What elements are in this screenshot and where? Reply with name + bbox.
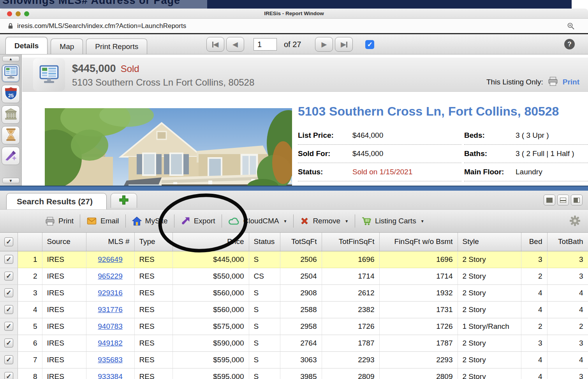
row-checkbox[interactable]: ✓ [4, 372, 13, 379]
previous-page-button[interactable]: ◀ [226, 37, 244, 52]
dropdown-caret-icon: ▼ [345, 219, 349, 223]
cell-type: RES [134, 335, 173, 351]
scroll-down-icon[interactable]: ▼ [2, 178, 19, 183]
report-type-sidebar: ▲ 25 [0, 54, 22, 186]
col-header-mls[interactable]: MLS # [86, 233, 134, 251]
cell-status: S [249, 301, 280, 318]
page-number-input[interactable] [254, 38, 277, 51]
col-header-totbath[interactable]: TotBath [547, 233, 588, 251]
help-button[interactable]: ? [564, 39, 575, 49]
col-header-type[interactable]: Type [134, 233, 173, 251]
cell-num: 8 [18, 368, 42, 379]
tab-details[interactable]: Details [5, 37, 48, 54]
row-checkbox[interactable]: ✓ [4, 272, 13, 281]
mls-link[interactable]: 965229 [98, 272, 122, 280]
toolbar-listing-carts-button[interactable]: Listing Carts▼ [355, 216, 431, 226]
cell-status: S [249, 251, 280, 268]
cell-mls: 935683 [86, 351, 134, 368]
mls-link[interactable]: 929316 [98, 289, 122, 297]
tab-map[interactable]: Map [51, 39, 83, 54]
cell-style: 2 Story [458, 301, 521, 318]
col-header-totfinsqft[interactable]: TotFinSqFt [322, 233, 379, 251]
cell-finsqft-wo-bsmt: 1714 [379, 268, 458, 284]
select-all-checkbox[interactable]: ✓ [365, 40, 374, 49]
background-window-tabs-text: Showings MLS# Address or Page [2, 0, 180, 7]
header-select-all-checkbox[interactable]: ✓ [4, 237, 13, 246]
search-results-tab[interactable]: Search Results (27) [6, 193, 107, 209]
row-checkbox[interactable]: ✓ [4, 322, 13, 331]
cell-source: IRES [42, 351, 86, 368]
cell-price: $560,000 [173, 284, 249, 301]
cell-type: RES [134, 268, 173, 284]
print-this-listing-link[interactable]: Print [563, 78, 579, 86]
cell-source: IRES [42, 284, 86, 301]
col-header-finsqft-wo-bsmt[interactable]: FinSqFt w/o Bsmt [379, 233, 458, 251]
url-text[interactable]: iresis.com/MLS/Search/index.cfm?Action=L… [17, 22, 567, 30]
mls-link[interactable]: 933384 [98, 372, 122, 379]
add-tab-button[interactable] [111, 193, 137, 208]
cell-status: S [249, 335, 280, 351]
field-value: 3 ( 3 Upr ) [516, 131, 549, 140]
mls-link[interactable]: 949182 [98, 339, 122, 347]
tab-print-reports[interactable]: Print Reports [86, 39, 147, 54]
toolbar-print-button[interactable]: Print [39, 216, 80, 226]
col-header-price[interactable]: Price [173, 233, 249, 251]
last-page-button[interactable]: ▶ [335, 37, 353, 52]
cell-mls: 926649 [86, 251, 134, 268]
col-header-status[interactable]: Status [249, 233, 280, 251]
url-bar[interactable]: iresis.com/MLS/Search/index.cfm?Action=L… [0, 19, 588, 34]
layout-full-button[interactable] [544, 195, 555, 205]
cell-totbath: 3 [547, 335, 588, 351]
layout-split-button[interactable] [557, 195, 569, 205]
row-checkbox[interactable]: ✓ [4, 255, 13, 264]
row-checkbox[interactable]: ✓ [4, 305, 13, 314]
toolbar-button-label: MySite [145, 217, 168, 225]
row-checkbox[interactable]: ✓ [4, 339, 13, 347]
cell-status: S [249, 368, 280, 379]
mls-link[interactable]: 940783 [98, 322, 122, 330]
titlebar: IRESis - Report Window [0, 9, 588, 19]
col-header-totsqft[interactable]: TotSqFt [280, 233, 322, 251]
col-header-source[interactable]: Source [42, 233, 86, 251]
cell-num: 2 [18, 268, 42, 284]
report-view-button[interactable] [2, 64, 20, 82]
map-25-button[interactable]: 25 [2, 85, 20, 103]
toolbar-mysite-button[interactable]: MySite [126, 216, 174, 226]
edit-tools-button[interactable] [2, 147, 20, 165]
printer-icon [45, 216, 55, 226]
printer-icon [548, 76, 558, 88]
mls-link[interactable]: 926649 [98, 255, 122, 263]
pane-divider[interactable] [0, 186, 588, 191]
cell-totsqft: 3063 [280, 351, 322, 368]
export-arrow-icon [181, 216, 190, 226]
field-label: Status: [298, 168, 352, 176]
results-table: ✓ Source MLS # Type Price Status TotSqFt… [0, 233, 588, 379]
toolbar-remove-button[interactable]: Remove▼ [294, 216, 355, 226]
field-label: Main Floor: [464, 168, 516, 176]
field-label: Sold For: [298, 149, 352, 158]
listing-photo [45, 108, 292, 186]
bank-button[interactable] [2, 105, 20, 124]
magnifier-plus-icon[interactable] [567, 22, 575, 30]
history-button[interactable] [2, 126, 20, 144]
cell-bed: 2 [521, 268, 547, 284]
cell-style: 2 Story [458, 284, 521, 301]
mls-link[interactable]: 935683 [98, 356, 122, 364]
bank-building-icon [4, 108, 18, 122]
next-page-button[interactable]: ▶ [315, 37, 333, 52]
col-header-style[interactable]: Style [458, 233, 521, 251]
toolbar-cloudcma-button[interactable]: CloudCMA▼ [222, 217, 294, 225]
first-page-button[interactable]: ◀ [206, 37, 224, 52]
scroll-up-icon[interactable]: ▲ [2, 56, 19, 61]
row-checkbox[interactable]: ✓ [4, 355, 13, 364]
settings-gear-icon[interactable] [570, 216, 580, 228]
toolbar-email-button[interactable]: Email [80, 216, 125, 226]
cell-totbath: 4 [547, 284, 588, 301]
col-header-bed[interactable]: Bed [521, 233, 547, 251]
toolbar-export-button[interactable]: Export [174, 216, 222, 226]
layout-full-icon [546, 198, 553, 203]
row-checkbox[interactable]: ✓ [4, 288, 13, 297]
mls-link[interactable]: 931776 [98, 305, 122, 314]
layout-side-button[interactable] [571, 195, 583, 205]
col-header-num[interactable] [18, 233, 42, 251]
